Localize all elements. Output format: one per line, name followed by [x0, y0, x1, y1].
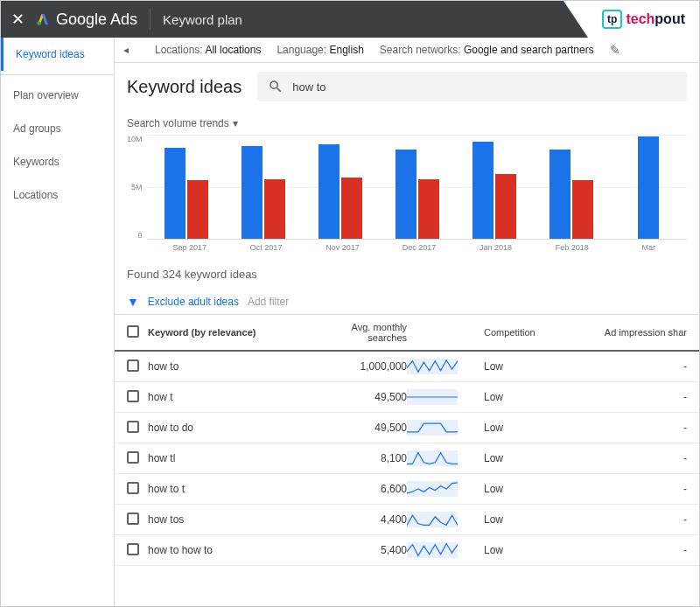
sidebar-item-locations[interactable]: Locations — [1, 178, 114, 212]
bar[interactable] — [396, 150, 416, 239]
avg-cell: 6,600 — [328, 483, 407, 495]
chevron-down-icon: ▾ — [233, 117, 238, 129]
chevron-left-icon[interactable]: ◂ — [123, 44, 139, 56]
bar[interactable] — [318, 144, 340, 239]
pencil-icon[interactable]: ✎ — [610, 43, 620, 57]
table-row[interactable]: how t49,500Low- — [115, 382, 699, 413]
table-row[interactable]: how to how to5,400Low- — [115, 535, 699, 566]
page-title: Keyword plan — [163, 12, 242, 27]
search-icon — [268, 79, 284, 94]
table-row[interactable]: how to1,000,000Low- — [115, 352, 699, 382]
filter-language[interactable]: Language: English — [276, 44, 363, 56]
impression-cell: - — [564, 483, 687, 495]
bar[interactable] — [242, 146, 262, 239]
sparkline — [407, 481, 458, 497]
table-row[interactable]: how to do49,500Low- — [115, 413, 699, 443]
ads-icon — [35, 11, 51, 27]
competition-cell: Low — [468, 360, 564, 373]
exclude-adult-link[interactable]: Exclude adult ideas — [148, 296, 239, 308]
avg-cell: 8,100 — [328, 452, 407, 464]
watermark-badge: tp techpout — [588, 1, 699, 38]
impression-cell: - — [564, 360, 687, 373]
row-checkbox[interactable] — [127, 543, 139, 555]
impression-cell: - — [564, 452, 687, 464]
filter-networks[interactable]: Search networks: Google and search partn… — [380, 44, 594, 56]
product-name: Google Ads — [56, 10, 137, 29]
table-header: Keyword (by relevance) Avg. monthly sear… — [115, 315, 699, 352]
bar[interactable] — [164, 148, 186, 239]
row-checkbox[interactable] — [127, 421, 139, 433]
sparkline — [407, 450, 458, 466]
row-checkbox[interactable] — [127, 451, 139, 464]
row-checkbox[interactable] — [127, 513, 139, 525]
bar[interactable] — [550, 150, 570, 239]
competition-cell: Low — [468, 391, 564, 403]
impression-cell: - — [564, 391, 687, 403]
competition-cell: Low — [468, 483, 564, 495]
funnel-icon[interactable]: ▼ — [127, 295, 139, 309]
search-input[interactable]: how to — [257, 72, 687, 101]
sparkline — [407, 512, 458, 527]
keyword-cell: how to how to — [148, 544, 328, 556]
avg-cell: 4,400 — [328, 513, 407, 526]
keyword-cell: how tos — [148, 513, 328, 526]
search-value: how to — [292, 80, 326, 94]
chart-dropdown[interactable]: Search volume trends ▾ — [127, 117, 687, 129]
bar[interactable] — [495, 174, 516, 239]
bar[interactable] — [418, 179, 439, 239]
impression-cell: - — [564, 544, 687, 556]
close-icon[interactable]: ✕ — [11, 10, 24, 29]
found-count: Found 324 keyword ideas — [115, 255, 699, 290]
competition-cell: Low — [468, 422, 564, 434]
top-bar: ✕ Google Ads Keyword plan tp techpout — [1, 1, 699, 38]
sidebar: Keyword ideasPlan overviewAd groupsKeywo… — [1, 38, 115, 606]
select-all-checkbox[interactable] — [127, 325, 139, 338]
keyword-cell: how tl — [148, 452, 328, 464]
filter-locations[interactable]: Locations: All locations — [155, 44, 261, 56]
svg-point-0 — [37, 21, 41, 25]
col-competition[interactable]: Competition — [468, 327, 564, 338]
sparkline — [407, 542, 458, 558]
bar[interactable] — [638, 136, 659, 239]
google-ads-logo: Google Ads — [35, 10, 137, 29]
filter-bar: ◂ Locations: All locations Language: Eng… — [115, 38, 699, 63]
sidebar-item-keywords[interactable]: Keywords — [1, 145, 114, 178]
avg-cell: 49,500 — [328, 391, 407, 403]
row-checkbox[interactable] — [127, 359, 139, 372]
sparkline — [407, 359, 458, 374]
add-filter-button[interactable]: Add filter — [248, 296, 289, 308]
sidebar-item-keyword-ideas[interactable]: Keyword ideas — [1, 38, 114, 71]
sidebar-item-plan-overview[interactable]: Plan overview — [1, 79, 114, 112]
table-row[interactable]: how tl8,100Low- — [115, 443, 699, 474]
bar[interactable] — [187, 180, 208, 239]
heading: Keyword ideas — [127, 77, 242, 97]
keyword-cell: how t — [148, 391, 328, 403]
chart: 10M5M0 — [127, 135, 687, 240]
impression-cell: - — [564, 513, 687, 526]
competition-cell: Low — [468, 452, 564, 464]
col-impression[interactable]: Ad impression shar — [564, 327, 687, 338]
bar[interactable] — [472, 142, 494, 239]
competition-cell: Low — [468, 544, 564, 556]
avg-cell: 5,400 — [328, 544, 407, 556]
col-keyword[interactable]: Keyword (by relevance) — [148, 327, 328, 338]
bar[interactable] — [264, 179, 285, 239]
competition-cell: Low — [468, 513, 564, 526]
sidebar-item-ad-groups[interactable]: Ad groups — [1, 112, 114, 145]
impression-cell: - — [564, 422, 687, 434]
keyword-cell: how to t — [148, 483, 328, 495]
bar[interactable] — [572, 180, 593, 239]
table-row[interactable]: how tos4,400Low- — [115, 505, 699, 535]
svg-rect-3 — [407, 420, 458, 436]
table-row[interactable]: how to t6,600Low- — [115, 474, 699, 505]
row-checkbox[interactable] — [127, 390, 139, 402]
keyword-cell: how to — [148, 360, 328, 373]
bar[interactable] — [341, 178, 362, 239]
row-checkbox[interactable] — [127, 482, 139, 494]
avg-cell: 1,000,000 — [328, 360, 407, 373]
col-avg[interactable]: Avg. monthly searches — [328, 322, 407, 343]
keyword-cell: how to do — [148, 422, 328, 434]
sparkline — [407, 389, 458, 405]
avg-cell: 49,500 — [328, 422, 407, 434]
sparkline — [407, 420, 458, 436]
